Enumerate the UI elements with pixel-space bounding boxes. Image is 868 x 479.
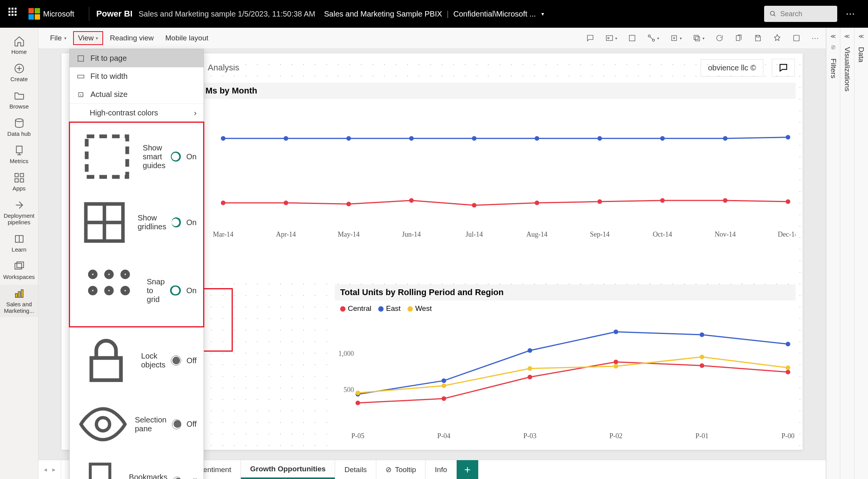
- nav-workspaces[interactable]: Workspaces: [0, 257, 38, 283]
- data-pane[interactable]: ≪ Data: [854, 28, 868, 479]
- menu-fit-to-page[interactable]: Fit to page: [70, 49, 204, 67]
- menu-lock-objects[interactable]: Lock objects Off: [70, 327, 204, 394]
- teams-button[interactable]: [628, 34, 636, 42]
- search-input[interactable]: [764, 6, 837, 22]
- refresh-button[interactable]: [715, 34, 724, 42]
- svg-point-71: [786, 342, 790, 346]
- fit-width-icon: [77, 72, 85, 81]
- svg-point-72: [356, 391, 360, 395]
- svg-point-31: [409, 136, 414, 141]
- nav-learn[interactable]: Learn: [0, 230, 38, 256]
- explore-button[interactable]: ▾: [605, 34, 617, 42]
- comments-button[interactable]: [586, 34, 594, 42]
- svg-point-46: [723, 198, 728, 203]
- search-field[interactable]: [780, 10, 826, 18]
- svg-rect-19: [629, 35, 635, 41]
- embed-button[interactable]: [792, 34, 801, 42]
- tab-info[interactable]: Info: [426, 460, 457, 479]
- share-button[interactable]: ▾: [693, 34, 704, 42]
- bookmark-icon: [77, 458, 124, 479]
- lineage-button[interactable]: ▾: [647, 34, 659, 42]
- chart-ms-by-month[interactable]: Ms by Month Mar-14Apr-14May-14Jun-14Jul-…: [200, 83, 796, 283]
- chevron-down-icon[interactable]: ▾: [541, 11, 544, 17]
- nav-current-workspace[interactable]: Sales and Marketing...: [0, 285, 38, 317]
- add-page-button[interactable]: +: [457, 460, 478, 479]
- classification-label: Confidential\Microsoft ...: [453, 10, 536, 18]
- menu-actual-size[interactable]: 1:1 Actual size: [70, 85, 204, 103]
- chart-plot: Mar-14Apr-14May-14Jun-14Jul-14Aug-14Sep-…: [200, 101, 796, 240]
- svg-rect-25: [736, 36, 740, 41]
- menu-show-gridlines[interactable]: Show gridlines On: [70, 191, 204, 254]
- toggle-switch[interactable]: [173, 477, 181, 479]
- menu-bookmarks-pane[interactable]: Bookmarks pane Off: [70, 454, 204, 479]
- menu-file[interactable]: File▾: [45, 32, 71, 45]
- svg-point-64: [699, 363, 704, 368]
- svg-point-39: [284, 200, 288, 205]
- expand-icon[interactable]: ≪: [858, 33, 864, 39]
- svg-point-76: [699, 355, 704, 359]
- toggle-switch[interactable]: [170, 285, 181, 295]
- menu-fit-to-width[interactable]: Fit to width: [70, 67, 204, 85]
- chart-total-units[interactable]: Total Units by Rolling Period and Region…: [335, 284, 796, 446]
- svg-rect-88: [87, 136, 127, 177]
- nav-pipelines[interactable]: Deployment pipelines: [0, 196, 38, 229]
- more-button[interactable]: ⋯: [811, 34, 819, 43]
- tab-nav-arrows[interactable]: ◂▸: [38, 460, 61, 479]
- lock-icon: [77, 331, 136, 390]
- toggle-switch[interactable]: [171, 355, 181, 366]
- chevron-right-icon: ›: [194, 108, 197, 117]
- expand-icon[interactable]: ≪: [830, 33, 836, 39]
- svg-point-65: [786, 370, 790, 374]
- svg-text:500: 500: [344, 386, 354, 394]
- menu-selection-pane[interactable]: Selection pane Off: [70, 394, 204, 454]
- microsoft-label: Microsoft: [43, 10, 74, 18]
- more-options-icon[interactable]: ⋯: [846, 8, 855, 19]
- svg-text:May-14: May-14: [338, 230, 360, 238]
- svg-point-61: [442, 396, 446, 401]
- nav-apps[interactable]: Apps: [0, 169, 38, 195]
- breadcrumb[interactable]: Sales and Marketing Sample PBIX | Confid…: [324, 10, 544, 18]
- svg-point-18: [608, 37, 609, 39]
- global-header: Microsoft Power BI Sales and Marketing s…: [0, 0, 868, 28]
- nav-create[interactable]: Create: [0, 60, 38, 85]
- pin-button[interactable]: [773, 34, 781, 42]
- menu-view[interactable]: View▾: [73, 32, 103, 45]
- expand-icon[interactable]: ≪: [844, 33, 850, 39]
- duplicate-button[interactable]: [734, 34, 743, 42]
- nav-browse[interactable]: Browse: [0, 87, 38, 113]
- app-launcher-icon[interactable]: [8, 8, 21, 20]
- svg-text:P-01: P-01: [695, 432, 708, 440]
- snap-icon: [77, 258, 142, 323]
- svg-text:1:1: 1:1: [80, 93, 84, 97]
- svg-point-91: [122, 272, 128, 277]
- svg-text:Apr-14: Apr-14: [276, 230, 296, 238]
- nav-datahub[interactable]: Data hub: [0, 114, 38, 140]
- product-name[interactable]: Power BI: [96, 9, 132, 19]
- toggle-switch[interactable]: [172, 419, 181, 429]
- svg-text:P-05: P-05: [351, 432, 364, 440]
- powerbi-icon: [13, 288, 25, 299]
- tab-growth-opportunities[interactable]: Growth Opportunities: [241, 460, 335, 479]
- tab-tooltip[interactable]: ⊘Tooltip: [376, 460, 426, 479]
- menu-smart-guides[interactable]: Show smart guides On: [70, 122, 204, 191]
- svg-point-47: [786, 199, 790, 204]
- menu-mobile-layout[interactable]: Mobile layout: [161, 32, 213, 45]
- filters-pane[interactable]: ≪ ⎚ Filters: [826, 28, 840, 479]
- nav-metrics[interactable]: Metrics: [0, 142, 38, 167]
- chart-title: Ms by Month: [200, 83, 796, 99]
- toggle-switch[interactable]: [171, 152, 181, 162]
- comment-icon[interactable]: [772, 59, 795, 77]
- svg-point-36: [723, 136, 728, 141]
- svg-text:Aug-14: Aug-14: [526, 230, 548, 238]
- menu-snap-to-grid[interactable]: Snap to grid On: [70, 254, 204, 327]
- toggle-switch[interactable]: [172, 217, 181, 227]
- chart-plot: 5001,000P-05P-04P-03P-02P-01P-00: [335, 314, 796, 441]
- svg-point-0: [770, 11, 775, 15]
- nav-home[interactable]: Home: [0, 32, 38, 58]
- menu-reading-view[interactable]: Reading view: [105, 32, 158, 45]
- save-button[interactable]: [754, 34, 762, 42]
- menu-high-contrast[interactable]: High-contrast colors ›: [70, 104, 204, 122]
- tab-details[interactable]: Details: [335, 460, 376, 479]
- visualizations-pane[interactable]: ≪ Visualizations: [840, 28, 854, 479]
- export-button[interactable]: ▾: [670, 34, 682, 42]
